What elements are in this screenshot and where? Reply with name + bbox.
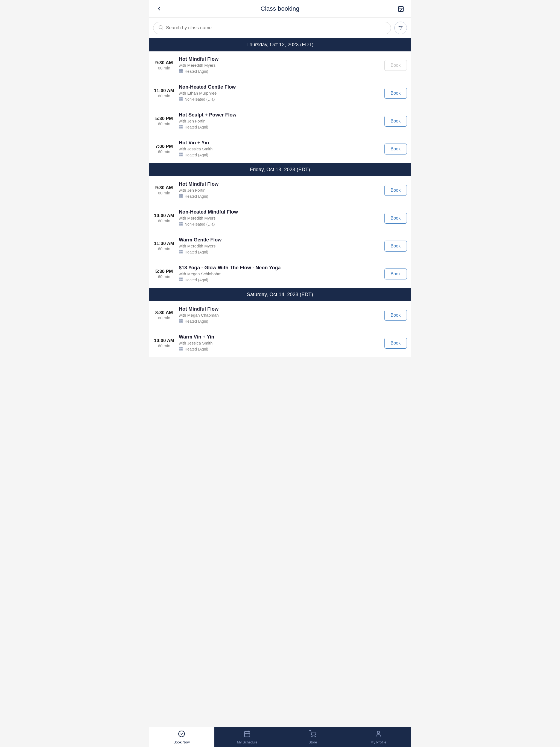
svg-rect-44 — [181, 319, 183, 320]
class-room: Heated (Agni) — [179, 277, 381, 283]
svg-rect-42 — [181, 280, 183, 281]
svg-rect-15 — [179, 97, 181, 98]
class-info: Hot Mindful Flowwith Megan Chapman Heate… — [179, 306, 381, 324]
class-room: Heated (Agni) — [179, 249, 381, 255]
class-time: 7:00 PM60 min — [153, 144, 175, 154]
svg-rect-39 — [179, 278, 181, 279]
svg-rect-19 — [179, 125, 181, 126]
svg-rect-45 — [179, 321, 181, 323]
table-row: 11:00 AM60 minNon-Heated Gentle Flowwith… — [149, 79, 411, 107]
svg-point-58 — [377, 731, 380, 733]
svg-rect-43 — [179, 319, 181, 320]
room-icon — [179, 69, 183, 74]
room-icon — [179, 97, 183, 102]
svg-rect-24 — [181, 153, 183, 154]
class-room: Non-Heated (Lila) — [179, 97, 381, 102]
svg-rect-27 — [179, 194, 181, 196]
svg-rect-18 — [181, 99, 183, 100]
nav-label: My Schedule — [237, 740, 257, 744]
book-button[interactable]: Book — [384, 310, 407, 321]
room-label: Heated (Agni) — [184, 69, 208, 74]
class-name: Hot Mindful Flow — [179, 306, 381, 312]
class-info: Hot Vin + Yinwith Jessica Smith Heated (… — [179, 140, 381, 158]
class-info: Hot Mindful Flowwith Jen Fortin Heated (… — [179, 181, 381, 199]
table-row: 7:00 PM60 minHot Vin + Yinwith Jessica S… — [149, 135, 411, 163]
cart-icon — [309, 730, 316, 739]
class-instructor: with Jessica Smith — [179, 341, 381, 345]
svg-rect-14 — [181, 71, 183, 73]
book-button[interactable]: Book — [384, 338, 407, 349]
class-info: Hot Mindful Flowwith Meredith Myers Heat… — [179, 56, 381, 74]
class-duration: 60 min — [153, 190, 175, 195]
svg-rect-20 — [181, 125, 183, 126]
room-icon — [179, 194, 183, 199]
book-button[interactable]: Book — [384, 185, 407, 196]
svg-point-10 — [401, 27, 402, 28]
room-label: Non-Heated (Lila) — [184, 97, 215, 101]
svg-rect-11 — [179, 69, 181, 71]
class-info: Non-Heated Gentle Flowwith Ethan Murphre… — [179, 84, 381, 102]
class-time-hour: 7:00 PM — [153, 144, 175, 149]
svg-rect-33 — [179, 224, 181, 225]
book-button[interactable]: Book — [384, 241, 407, 252]
svg-rect-50 — [181, 349, 183, 350]
class-name: Warm Gentle Flow — [179, 237, 381, 243]
svg-rect-52 — [245, 731, 250, 737]
class-duration: 60 min — [153, 149, 175, 154]
room-label: Heated (Agni) — [184, 250, 208, 254]
filter-button[interactable] — [394, 22, 407, 34]
table-row: 5:30 PM60 minHot Sculpt + Power Flowwith… — [149, 107, 411, 135]
class-room: Heated (Agni) — [179, 124, 381, 130]
room-label: Heated (Agni) — [184, 278, 208, 282]
room-label: Heated (Agni) — [184, 194, 208, 199]
nav-item-my-schedule[interactable]: My Schedule — [214, 727, 280, 747]
class-time-hour: 9:30 AM — [153, 185, 175, 190]
back-button[interactable] — [154, 4, 164, 14]
class-room: Heated (Agni) — [179, 69, 381, 74]
svg-rect-21 — [179, 127, 181, 128]
nav-label: Book Now — [173, 740, 189, 744]
class-instructor: with Megan Schlobohm — [179, 272, 381, 276]
book-button[interactable]: Book — [384, 88, 407, 99]
svg-rect-40 — [181, 278, 183, 279]
class-time-hour: 10:00 AM — [153, 213, 175, 218]
svg-rect-32 — [181, 222, 183, 223]
book-button[interactable]: Book — [384, 213, 407, 224]
book-button: Book — [384, 60, 407, 71]
svg-rect-41 — [179, 280, 181, 281]
svg-rect-38 — [181, 252, 183, 253]
table-row: 9:30 AM60 minHot Mindful Flowwith Meredi… — [149, 51, 411, 79]
search-input[interactable] — [166, 25, 386, 31]
nav-item-book-now[interactable]: Book Now — [149, 727, 214, 747]
class-room: Heated (Agni) — [179, 194, 381, 199]
table-row: 9:30 AM60 minHot Mindful Flowwith Jen Fo… — [149, 176, 411, 204]
svg-rect-25 — [179, 155, 181, 156]
book-button[interactable]: Book — [384, 144, 407, 154]
table-row: 5:30 PM60 min$13 Yoga - Glow With The Fl… — [149, 260, 411, 288]
search-input-wrap — [153, 22, 391, 34]
room-icon — [179, 152, 183, 158]
book-button[interactable]: Book — [384, 268, 407, 279]
table-row: 11:30 AM60 minWarm Gentle Flowwith Mered… — [149, 232, 411, 260]
class-duration: 60 min — [153, 247, 175, 251]
person-icon — [375, 730, 382, 739]
class-list: Thursday, Oct 12, 2023 (EDT)9:30 AM60 mi… — [149, 38, 411, 747]
nav-item-my-profile[interactable]: My Profile — [346, 727, 411, 747]
class-time: 5:30 PM60 min — [153, 116, 175, 126]
book-button[interactable]: Book — [384, 115, 407, 127]
class-name: Hot Mindful Flow — [179, 56, 381, 62]
calendar-button[interactable] — [396, 4, 406, 14]
room-icon — [179, 249, 183, 255]
svg-rect-12 — [181, 69, 183, 71]
svg-rect-26 — [181, 155, 183, 156]
nav-item-store[interactable]: Store — [280, 727, 346, 747]
svg-rect-36 — [181, 250, 183, 251]
svg-rect-23 — [179, 153, 181, 154]
svg-point-56 — [312, 736, 312, 737]
class-time-hour: 11:30 AM — [153, 241, 175, 247]
class-duration: 60 min — [153, 66, 175, 70]
room-label: Heated (Agni) — [184, 319, 208, 324]
class-room: Heated (Agni) — [179, 346, 381, 352]
svg-rect-0 — [399, 6, 403, 11]
class-time: 10:00 AM60 min — [153, 338, 175, 348]
